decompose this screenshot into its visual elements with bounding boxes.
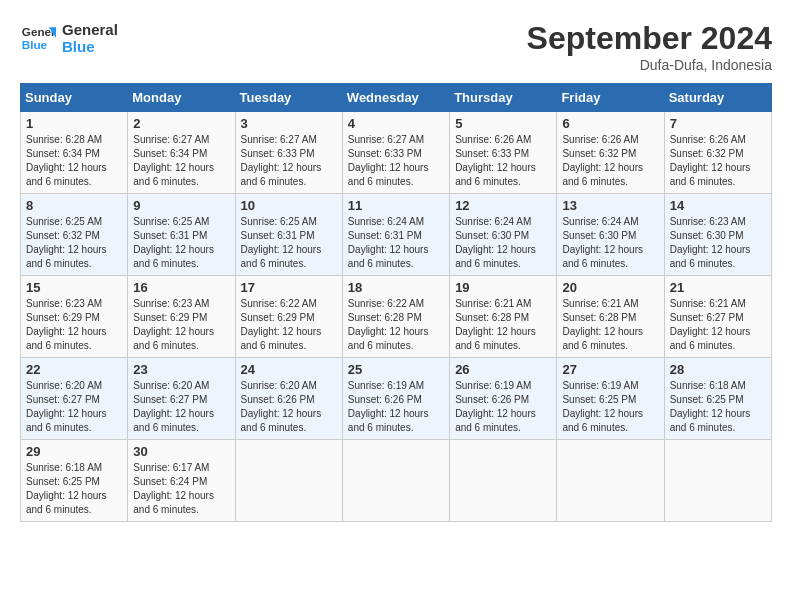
month-title: September 2024 <box>527 20 772 57</box>
day-number: 14 <box>670 198 766 213</box>
day-number: 6 <box>562 116 658 131</box>
day-info: Sunrise: 6:28 AM Sunset: 6:34 PM Dayligh… <box>26 133 122 189</box>
day-info: Sunrise: 6:20 AM Sunset: 6:27 PM Dayligh… <box>133 379 229 435</box>
page-header: General Blue General Blue September 2024… <box>20 20 772 73</box>
col-tuesday: Tuesday <box>235 84 342 112</box>
day-number: 29 <box>26 444 122 459</box>
day-number: 27 <box>562 362 658 377</box>
day-info: Sunrise: 6:21 AM Sunset: 6:28 PM Dayligh… <box>455 297 551 353</box>
calendar-week-row: 15 Sunrise: 6:23 AM Sunset: 6:29 PM Dayl… <box>21 276 772 358</box>
day-info: Sunrise: 6:20 AM Sunset: 6:26 PM Dayligh… <box>241 379 337 435</box>
day-number: 8 <box>26 198 122 213</box>
calendar-cell: 10 Sunrise: 6:25 AM Sunset: 6:31 PM Dayl… <box>235 194 342 276</box>
calendar-cell <box>557 440 664 522</box>
day-number: 12 <box>455 198 551 213</box>
day-number: 28 <box>670 362 766 377</box>
day-info: Sunrise: 6:18 AM Sunset: 6:25 PM Dayligh… <box>26 461 122 517</box>
calendar-cell: 28 Sunrise: 6:18 AM Sunset: 6:25 PM Dayl… <box>664 358 771 440</box>
calendar-cell <box>664 440 771 522</box>
day-info: Sunrise: 6:17 AM Sunset: 6:24 PM Dayligh… <box>133 461 229 517</box>
day-number: 25 <box>348 362 444 377</box>
calendar-cell: 4 Sunrise: 6:27 AM Sunset: 6:33 PM Dayli… <box>342 112 449 194</box>
calendar-cell: 13 Sunrise: 6:24 AM Sunset: 6:30 PM Dayl… <box>557 194 664 276</box>
calendar-cell: 14 Sunrise: 6:23 AM Sunset: 6:30 PM Dayl… <box>664 194 771 276</box>
calendar-cell: 20 Sunrise: 6:21 AM Sunset: 6:28 PM Dayl… <box>557 276 664 358</box>
day-number: 20 <box>562 280 658 295</box>
location-subtitle: Dufa-Dufa, Indonesia <box>527 57 772 73</box>
day-info: Sunrise: 6:21 AM Sunset: 6:27 PM Dayligh… <box>670 297 766 353</box>
svg-text:General: General <box>22 25 56 38</box>
calendar-cell: 8 Sunrise: 6:25 AM Sunset: 6:32 PM Dayli… <box>21 194 128 276</box>
day-number: 7 <box>670 116 766 131</box>
calendar-cell: 27 Sunrise: 6:19 AM Sunset: 6:25 PM Dayl… <box>557 358 664 440</box>
calendar-cell: 3 Sunrise: 6:27 AM Sunset: 6:33 PM Dayli… <box>235 112 342 194</box>
day-number: 21 <box>670 280 766 295</box>
day-number: 19 <box>455 280 551 295</box>
calendar-cell: 30 Sunrise: 6:17 AM Sunset: 6:24 PM Dayl… <box>128 440 235 522</box>
calendar-cell: 12 Sunrise: 6:24 AM Sunset: 6:30 PM Dayl… <box>450 194 557 276</box>
calendar-cell: 9 Sunrise: 6:25 AM Sunset: 6:31 PM Dayli… <box>128 194 235 276</box>
day-info: Sunrise: 6:26 AM Sunset: 6:32 PM Dayligh… <box>562 133 658 189</box>
calendar-cell: 6 Sunrise: 6:26 AM Sunset: 6:32 PM Dayli… <box>557 112 664 194</box>
svg-text:Blue: Blue <box>22 38 48 51</box>
day-number: 24 <box>241 362 337 377</box>
calendar-cell: 24 Sunrise: 6:20 AM Sunset: 6:26 PM Dayl… <box>235 358 342 440</box>
logo-text-general: General <box>62 21 118 38</box>
col-monday: Monday <box>128 84 235 112</box>
calendar-cell <box>450 440 557 522</box>
day-number: 10 <box>241 198 337 213</box>
calendar-cell: 21 Sunrise: 6:21 AM Sunset: 6:27 PM Dayl… <box>664 276 771 358</box>
calendar-week-row: 22 Sunrise: 6:20 AM Sunset: 6:27 PM Dayl… <box>21 358 772 440</box>
logo-text-blue: Blue <box>62 38 118 55</box>
day-info: Sunrise: 6:27 AM Sunset: 6:33 PM Dayligh… <box>241 133 337 189</box>
calendar-week-row: 1 Sunrise: 6:28 AM Sunset: 6:34 PM Dayli… <box>21 112 772 194</box>
calendar-cell: 23 Sunrise: 6:20 AM Sunset: 6:27 PM Dayl… <box>128 358 235 440</box>
calendar-cell: 26 Sunrise: 6:19 AM Sunset: 6:26 PM Dayl… <box>450 358 557 440</box>
day-info: Sunrise: 6:24 AM Sunset: 6:30 PM Dayligh… <box>455 215 551 271</box>
title-block: September 2024 Dufa-Dufa, Indonesia <box>527 20 772 73</box>
calendar-cell <box>342 440 449 522</box>
day-info: Sunrise: 6:25 AM Sunset: 6:32 PM Dayligh… <box>26 215 122 271</box>
calendar-cell: 2 Sunrise: 6:27 AM Sunset: 6:34 PM Dayli… <box>128 112 235 194</box>
day-number: 16 <box>133 280 229 295</box>
logo: General Blue General Blue <box>20 20 118 56</box>
day-number: 9 <box>133 198 229 213</box>
col-saturday: Saturday <box>664 84 771 112</box>
col-thursday: Thursday <box>450 84 557 112</box>
day-number: 2 <box>133 116 229 131</box>
day-info: Sunrise: 6:19 AM Sunset: 6:26 PM Dayligh… <box>348 379 444 435</box>
day-number: 5 <box>455 116 551 131</box>
day-number: 18 <box>348 280 444 295</box>
day-info: Sunrise: 6:27 AM Sunset: 6:33 PM Dayligh… <box>348 133 444 189</box>
day-info: Sunrise: 6:24 AM Sunset: 6:30 PM Dayligh… <box>562 215 658 271</box>
calendar-cell: 11 Sunrise: 6:24 AM Sunset: 6:31 PM Dayl… <box>342 194 449 276</box>
day-info: Sunrise: 6:21 AM Sunset: 6:28 PM Dayligh… <box>562 297 658 353</box>
day-info: Sunrise: 6:26 AM Sunset: 6:33 PM Dayligh… <box>455 133 551 189</box>
day-info: Sunrise: 6:22 AM Sunset: 6:28 PM Dayligh… <box>348 297 444 353</box>
day-number: 15 <box>26 280 122 295</box>
day-number: 17 <box>241 280 337 295</box>
day-info: Sunrise: 6:23 AM Sunset: 6:29 PM Dayligh… <box>26 297 122 353</box>
calendar-cell: 19 Sunrise: 6:21 AM Sunset: 6:28 PM Dayl… <box>450 276 557 358</box>
day-number: 30 <box>133 444 229 459</box>
calendar-cell: 7 Sunrise: 6:26 AM Sunset: 6:32 PM Dayli… <box>664 112 771 194</box>
calendar-week-row: 8 Sunrise: 6:25 AM Sunset: 6:32 PM Dayli… <box>21 194 772 276</box>
day-number: 26 <box>455 362 551 377</box>
day-info: Sunrise: 6:20 AM Sunset: 6:27 PM Dayligh… <box>26 379 122 435</box>
calendar-cell: 5 Sunrise: 6:26 AM Sunset: 6:33 PM Dayli… <box>450 112 557 194</box>
calendar-cell: 22 Sunrise: 6:20 AM Sunset: 6:27 PM Dayl… <box>21 358 128 440</box>
day-number: 22 <box>26 362 122 377</box>
day-info: Sunrise: 6:23 AM Sunset: 6:29 PM Dayligh… <box>133 297 229 353</box>
header-row: Sunday Monday Tuesday Wednesday Thursday… <box>21 84 772 112</box>
day-info: Sunrise: 6:19 AM Sunset: 6:25 PM Dayligh… <box>562 379 658 435</box>
calendar-cell: 15 Sunrise: 6:23 AM Sunset: 6:29 PM Dayl… <box>21 276 128 358</box>
day-number: 11 <box>348 198 444 213</box>
day-info: Sunrise: 6:22 AM Sunset: 6:29 PM Dayligh… <box>241 297 337 353</box>
calendar-cell: 18 Sunrise: 6:22 AM Sunset: 6:28 PM Dayl… <box>342 276 449 358</box>
calendar-cell: 16 Sunrise: 6:23 AM Sunset: 6:29 PM Dayl… <box>128 276 235 358</box>
day-info: Sunrise: 6:19 AM Sunset: 6:26 PM Dayligh… <box>455 379 551 435</box>
logo-icon: General Blue <box>20 20 56 56</box>
day-number: 23 <box>133 362 229 377</box>
day-number: 3 <box>241 116 337 131</box>
calendar-table: Sunday Monday Tuesday Wednesday Thursday… <box>20 83 772 522</box>
